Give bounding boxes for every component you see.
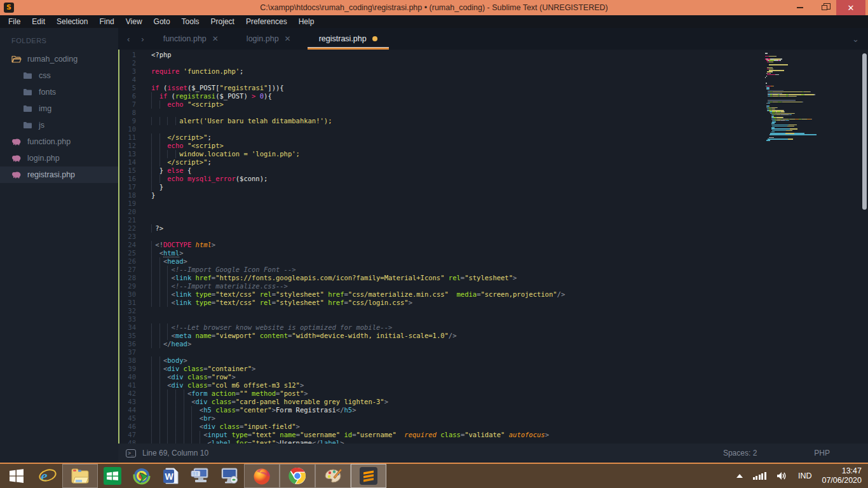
code-line[interactable]: 11</script>"; — [119, 133, 868, 142]
menu-item-view[interactable]: View — [120, 15, 148, 28]
tab-nav-forward-icon[interactable]: › — [141, 34, 144, 44]
code-line[interactable]: 46<div class="input-field"> — [119, 423, 868, 431]
tray-expand-icon[interactable] — [736, 474, 743, 478]
code-line[interactable]: 8 — [119, 109, 868, 117]
tab-nav-back-icon[interactable]: ‹ — [127, 34, 130, 44]
code-line[interactable]: 5if (isset($_POST["registrasi"])){ — [119, 84, 868, 92]
menu-item-goto[interactable]: Goto — [148, 15, 176, 28]
code-line[interactable]: 40<div class="row"> — [119, 373, 868, 381]
code-line[interactable]: 43<div class="card-panel hoverable grey … — [119, 398, 868, 406]
tab-overflow-icon[interactable]: ⌄ — [852, 28, 868, 50]
code-line[interactable]: 30<link type="text/css" rel="stylesheet"… — [119, 290, 868, 299]
menu-item-file[interactable]: File — [3, 15, 26, 28]
code-line[interactable]: 35<meta name="viewport" content="width=d… — [119, 332, 868, 340]
code-line[interactable]: 29<!--Import materialize.css--> — [119, 282, 868, 290]
code-line[interactable]: 3require 'function.php'; — [119, 67, 868, 76]
network-signal-icon[interactable] — [753, 472, 766, 480]
code-line[interactable]: 15} else { — [119, 166, 868, 175]
code-line[interactable]: 24<!DOCTYPE html> — [119, 241, 868, 249]
code-line[interactable]: 6if (registrasi($_POST) > 0){ — [119, 92, 868, 100]
tab-close-icon[interactable]: ✕ — [212, 34, 219, 43]
taskbar-firefox-icon[interactable] — [244, 464, 280, 488]
menu-item-project[interactable]: Project — [205, 15, 240, 28]
title-bar[interactable]: S C:\xampp\htdocs\rumah_coding\registras… — [0, 0, 868, 15]
code-line[interactable]: 37 — [119, 348, 868, 356]
taskbar-gimp-icon[interactable] — [315, 464, 351, 488]
code-line[interactable]: 20 — [119, 208, 868, 216]
syntax-mode[interactable]: PHP — [814, 449, 830, 458]
sidebar-folder-js[interactable]: js — [0, 117, 118, 133]
taskbar-on-screen-keyboard-icon[interactable] — [186, 464, 215, 488]
code-editor[interactable]: 1<?php23require 'function.php';45if (iss… — [118, 50, 868, 444]
restore-button[interactable] — [812, 0, 836, 15]
scrollbar-thumb[interactable] — [862, 53, 867, 210]
minimize-button[interactable] — [788, 0, 812, 15]
taskbar-windows-store-icon[interactable] — [98, 464, 127, 488]
code-line[interactable]: 16echo mysqli_error($conn); — [119, 175, 868, 183]
sidebar-folder-css[interactable]: css — [0, 67, 118, 84]
code-line[interactable]: 4 — [119, 76, 868, 84]
taskbar-sublime-text-icon[interactable] — [351, 464, 386, 488]
code-line[interactable]: 36</head> — [119, 340, 868, 348]
code-line[interactable]: 1<?php — [119, 51, 868, 59]
tab-function.php[interactable]: function.php✕ — [149, 28, 233, 50]
taskbar-remote-desktop-icon[interactable] — [215, 464, 244, 488]
close-button[interactable]: ✕ — [836, 0, 865, 15]
code-line[interactable]: 26<head> — [119, 257, 868, 266]
menu-item-selection[interactable]: Selection — [51, 15, 93, 28]
code-line[interactable]: 25<html> — [119, 249, 868, 257]
code-line[interactable]: 23 — [119, 233, 868, 241]
code-line[interactable]: 22?> — [119, 224, 868, 233]
sidebar-folder-fonts[interactable]: fonts — [0, 84, 118, 100]
language-indicator[interactable]: IND — [798, 471, 812, 480]
clock[interactable]: 13:47 07/06/2020 — [822, 466, 862, 485]
taskbar-word-icon[interactable]: W — [156, 464, 186, 488]
taskbar-internet-explorer-icon[interactable]: e — [33, 464, 62, 488]
code-line[interactable]: 42<form action="" method="post"> — [119, 390, 868, 398]
sidebar-file-registrasi.php[interactable]: registrasi.php — [0, 166, 118, 183]
taskbar-start-button[interactable] — [0, 464, 33, 488]
code-line[interactable]: 17} — [119, 183, 868, 191]
code-line[interactable]: 45<br> — [119, 414, 868, 423]
code-line[interactable]: 27<!--Import Google Icon Font --> — [119, 266, 868, 274]
code-line[interactable]: 47<input type="text" name="username" id=… — [119, 431, 868, 439]
code-line[interactable]: 34<!--Let browser know website is optimi… — [119, 323, 868, 332]
code-line[interactable]: 7echo "<script> — [119, 100, 868, 109]
menu-item-preferences[interactable]: Preferences — [240, 15, 293, 28]
code-line[interactable]: 10 — [119, 125, 868, 133]
code-line[interactable]: 9alert('User baru telah ditambahkan!'); — [119, 117, 868, 125]
tab-close-icon[interactable]: ✕ — [285, 34, 291, 43]
code-line[interactable]: 19 — [119, 200, 868, 208]
code-line[interactable]: 31<link type="text/css" rel="stylesheet"… — [119, 299, 868, 307]
code-line[interactable]: 12echo "<script> — [119, 142, 868, 150]
menu-item-edit[interactable]: Edit — [26, 15, 51, 28]
menu-item-help[interactable]: Help — [293, 15, 320, 28]
tab-registrasi.php[interactable]: registrasi.php — [305, 28, 391, 50]
code-line[interactable]: 32 — [119, 307, 868, 315]
sidebar-folder-rumah_coding[interactable]: rumah_coding — [0, 51, 118, 67]
sidebar-file-login.php[interactable]: login.php — [0, 150, 118, 166]
taskbar-download-manager-icon[interactable] — [127, 464, 156, 488]
code-line[interactable]: 41<div class="col m6 offset-m3 s12"> — [119, 381, 868, 390]
code-line[interactable]: 28<link href="https://fonts.googleapis.c… — [119, 274, 868, 282]
console-icon[interactable]: >_ — [126, 449, 136, 458]
code-line[interactable]: 38<body> — [119, 356, 868, 365]
minimap[interactable] — [765, 53, 860, 142]
menu-item-find[interactable]: Find — [93, 15, 119, 28]
code-line[interactable]: 2 — [119, 59, 868, 67]
code-line[interactable]: 13window.location = 'login.php'; — [119, 150, 868, 158]
code-line[interactable]: 14</script>"; — [119, 158, 868, 166]
taskbar-file-explorer-icon[interactable] — [62, 464, 98, 488]
menu-item-tools[interactable]: Tools — [176, 15, 205, 28]
code-line[interactable]: 39<div class="container"> — [119, 365, 868, 373]
sidebar-file-function.php[interactable]: function.php — [0, 133, 118, 150]
indent-setting[interactable]: Spaces: 2 — [723, 449, 757, 458]
code-line[interactable]: 48<label for="text">Username</label> — [119, 439, 868, 444]
code-line[interactable]: 21 — [119, 216, 868, 224]
code-line[interactable]: 33 — [119, 315, 868, 323]
code-line[interactable]: 44<h5 class="center">Form Registrasi</h5… — [119, 406, 868, 414]
tab-login.php[interactable]: login.php✕ — [233, 28, 305, 50]
volume-icon[interactable] — [776, 471, 788, 481]
sidebar-folder-img[interactable]: img — [0, 100, 118, 117]
code-line[interactable]: 18} — [119, 191, 868, 200]
